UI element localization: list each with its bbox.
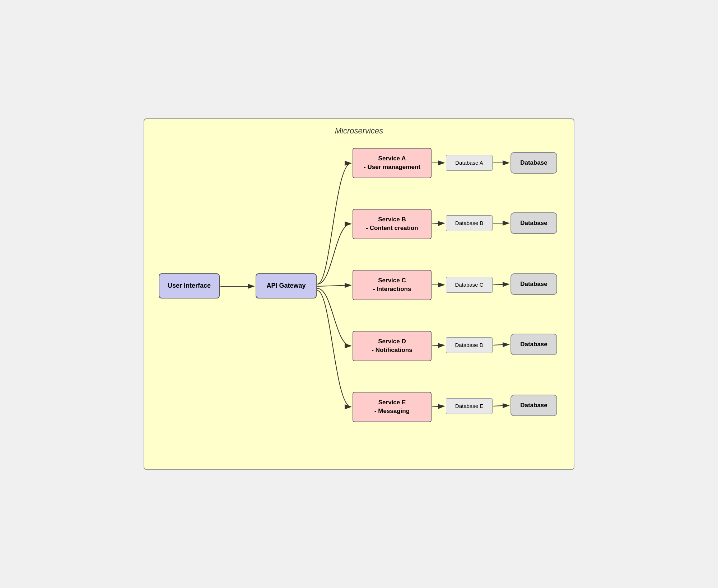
db-label-b: Database B <box>446 215 493 231</box>
node-service-a: Service A - User management <box>353 148 432 178</box>
database-c: Database <box>510 273 557 295</box>
svg-line-5 <box>432 223 444 224</box>
node-service-d: Service D - Notifications <box>353 331 432 361</box>
db-label-e: Database E <box>446 398 493 414</box>
database-e: Database <box>510 395 557 416</box>
svg-line-11 <box>432 406 444 407</box>
node-user-interface: User Interface <box>159 273 220 298</box>
db-label-a: Database A <box>446 155 493 171</box>
db-label-d: Database D <box>446 337 493 353</box>
svg-line-8 <box>493 284 509 285</box>
database-a: Database <box>510 152 557 174</box>
node-service-c: Service C - Interactions <box>353 270 432 300</box>
node-service-e: Service E - Messaging <box>353 392 432 422</box>
svg-line-12 <box>493 405 509 406</box>
node-api-gateway: API Gateway <box>256 273 317 298</box>
svg-line-10 <box>493 344 509 345</box>
svg-line-2 <box>317 285 351 286</box>
node-service-b: Service B - Content creation <box>353 209 432 239</box>
diagram-container: Microservices <box>144 118 574 470</box>
database-d: Database <box>510 334 557 355</box>
svg-line-9 <box>432 345 444 346</box>
db-label-c: Database C <box>446 277 493 293</box>
database-b: Database <box>510 212 557 234</box>
diagram-title: Microservices <box>151 126 567 136</box>
